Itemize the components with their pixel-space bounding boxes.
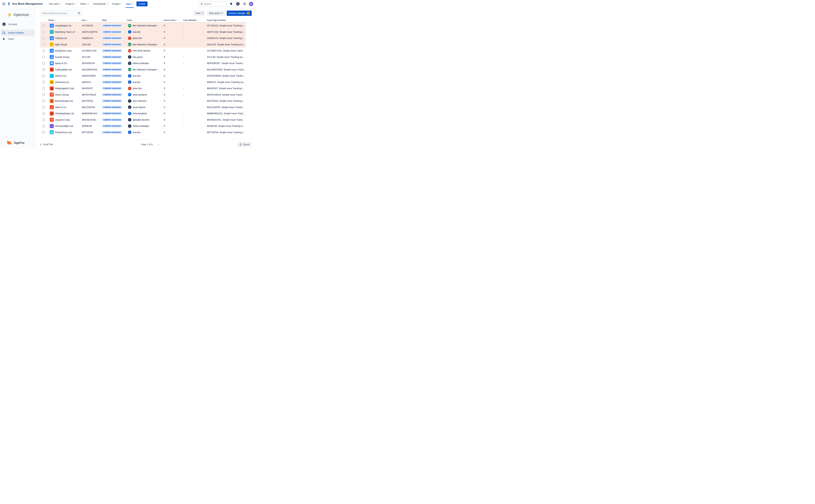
- sidebar-item-trash[interactable]: Trash: [1, 36, 34, 42]
- table-row[interactable]: ◉ Uletefojakukig Ltd. BMBNFBSVKZ COMPANY…: [40, 110, 246, 117]
- row-checkbox[interactable]: [42, 24, 45, 27]
- navbar-menu-item-projects[interactable]: Projects: [64, 0, 78, 8]
- global-search[interactable]: [199, 1, 227, 6]
- navbar-menu-item-apps[interactable]: Apps: [124, 0, 135, 8]
- table-row[interactable]: ☁ Kihujlufuw Corp. AUTMOVYGS COMPANY MAN…: [40, 48, 246, 54]
- lead-avatar: BW: [128, 24, 131, 27]
- lead-avatar: E: [128, 80, 131, 84]
- issue-count: 0: [164, 119, 183, 121]
- navbar-menu: Your work Projects Filters Dashboards Pe…: [47, 0, 135, 8]
- project-search-input[interactable]: [40, 10, 82, 16]
- issue-type-scheme: BOMKUB: Simple Issue Tracking Is...: [207, 125, 246, 127]
- global-search-input[interactable]: [204, 3, 222, 5]
- column-header-name[interactable]: Name: [48, 19, 82, 22]
- row-checkbox[interactable]: [42, 106, 45, 108]
- table-row[interactable]: ▤ Etamubazjod Ltd. BKSTRXQ COMPANY MANAG…: [40, 98, 246, 104]
- next-page-arrow-icon[interactable]: →: [157, 143, 160, 146]
- style-badge: COMPANY MANAGED: [102, 49, 122, 52]
- go-back-button[interactable]: ← Go back: [2, 22, 35, 26]
- last-updated: -: [183, 81, 207, 83]
- row-checkbox[interactable]: [42, 87, 45, 90]
- row-checkbox[interactable]: [42, 56, 45, 58]
- view-button[interactable]: View: [193, 11, 205, 16]
- flag-icon: ⚑: [50, 42, 54, 46]
- table-row[interactable]: ⚒ Hovzu Group BKPGVHNLB COMPANY MANAGED …: [40, 92, 246, 98]
- sidebar-item-active-projects[interactable]: Active Projects: [1, 30, 34, 36]
- row-checkbox[interactable]: [42, 125, 45, 127]
- issue-type-scheme: BPTVEPW: Simple Issue Tracking I...: [207, 131, 246, 134]
- tools-icon: ⚒: [50, 93, 54, 97]
- jira-brand[interactable]: Jira Work Management: [7, 2, 43, 6]
- table-row[interactable]: ☕ Fiheluohvuc Ltd. BPTVEPW COMPANY MANAG…: [40, 129, 246, 136]
- toolbar: ✕ View Bulk action Review changes 4: [40, 10, 252, 16]
- navbar-menu-item-people[interactable]: People: [110, 0, 123, 8]
- column-header-key[interactable]: Key: [82, 19, 102, 22]
- navbar-menu-item-your-work[interactable]: Your work: [47, 0, 63, 8]
- style-badge: COMPANY MANAGED: [102, 125, 122, 127]
- create-button[interactable]: Create: [136, 1, 148, 6]
- row-checkbox[interactable]: [42, 75, 45, 77]
- sort-icon: [176, 19, 177, 21]
- table-row[interactable]: ◕ Zafuczi Inc. BHWSUMRN COMPANY MANAGED …: [40, 73, 246, 79]
- bulk-action-button[interactable]: Bulk action: [207, 11, 225, 16]
- project-key: BKZZJHPPK: [82, 106, 102, 109]
- lead-avatar: BW: [128, 68, 131, 71]
- row-checkbox[interactable]: [42, 93, 45, 96]
- lead-name: fran.perez: [133, 56, 143, 58]
- navbar-menu-item-dashboards[interactable]: Dashboards: [91, 0, 110, 8]
- clear-search-icon[interactable]: ✕: [78, 12, 80, 14]
- previous-page-arrow-icon[interactable]: ←: [134, 143, 137, 146]
- export-icon: [239, 143, 242, 146]
- table-row[interactable]: ≡ Jebiz & Co. BKZZJHPPK COMPANY MANAGED …: [40, 104, 246, 111]
- table-row[interactable]: ◉ Tujifunekbel Ltd. BGJORMYROI COMPANY M…: [40, 67, 246, 73]
- table-row[interactable]: ▣ Nelgutagaful Corp. BKNPDDT COMPANY MAN…: [40, 85, 246, 92]
- issue-type-scheme: ACTDGZG: Simple Issue Tracking I...: [207, 24, 246, 27]
- issue-count: 0: [164, 49, 183, 52]
- table-row[interactable]: ▲ Juupobejani Inc. ACTDGZG COMPANY MANAG…: [40, 22, 246, 29]
- column-header-last-updated[interactable]: Last Updated: [183, 19, 207, 22]
- settings-gear-icon[interactable]: ⚙: [242, 2, 247, 6]
- parrot-icon: ◗: [50, 124, 54, 128]
- table-row[interactable]: ☁ Tuthooj Ltd. ASOEGYA COMPANY MANAGED P…: [40, 35, 246, 41]
- column-header-lead[interactable]: Lead: [127, 19, 164, 22]
- column-header-issue-count[interactable]: Issue Count: [164, 19, 183, 22]
- project-key: ACTDGZG: [82, 24, 102, 27]
- row-checkbox[interactable]: [42, 37, 45, 39]
- row-checkbox[interactable]: [42, 131, 45, 133]
- row-checkbox[interactable]: [42, 68, 45, 71]
- table-row[interactable]: ☎ Apoju & Co. BDPIORCRL COMPANY MANAGED …: [40, 60, 246, 67]
- row-checkbox[interactable]: [42, 81, 45, 83]
- row-checkbox[interactable]: [42, 100, 45, 102]
- back-arrow-icon: ←: [2, 22, 6, 26]
- table-row[interactable]: ▤ Jinaceara Inc. BIRKIVX COMPANY MANAGED…: [40, 79, 246, 85]
- navbar-menu-item-filters[interactable]: Filters: [78, 0, 90, 8]
- row-checkbox[interactable]: [42, 119, 45, 121]
- row-checkbox[interactable]: [42, 62, 45, 65]
- table-row[interactable]: ☁ Susiok Group AYLFJR COMPANY MANAGED F …: [40, 54, 246, 60]
- row-checkbox[interactable]: [42, 31, 45, 33]
- table-row[interactable]: ⚒ Josjanro Corp. BNVSKAYOIL COMPANY MANA…: [40, 117, 246, 123]
- export-button[interactable]: Export: [237, 142, 252, 147]
- row-checkbox[interactable]: [42, 43, 45, 46]
- table-row[interactable]: ◉ Marketing Team v2 AEOTLOQTFG COMPANY M…: [40, 29, 246, 35]
- last-updated: -: [183, 37, 207, 39]
- row-checkbox[interactable]: [42, 50, 45, 52]
- help-icon[interactable]: ?: [236, 2, 240, 6]
- table-row[interactable]: ⚑ Agfo Group ASULSF COMPANY MANAGED BW B…: [40, 41, 246, 48]
- project-name: Josjanro Corp.: [55, 119, 70, 121]
- style-badge: COMPANY MANAGED: [102, 24, 122, 27]
- project-key: BMBNFBSVKZ: [82, 112, 102, 115]
- chevron-down-icon: [132, 3, 133, 4]
- user-avatar[interactable]: JR: [249, 2, 253, 6]
- review-changes-button[interactable]: Review changes 4: [227, 11, 252, 16]
- column-header-style[interactable]: Style: [102, 19, 127, 22]
- style-badge: COMPANY MANAGED: [102, 87, 122, 90]
- issue-type-scheme: ASULSF: Simple Issue Tracking Iss...: [207, 43, 246, 46]
- lead-avatar: BW: [128, 43, 131, 46]
- table-row[interactable]: ◗ Vensazofojku Ltd. BOMKUB COMPANY MANAG…: [40, 123, 246, 129]
- row-checkbox[interactable]: [42, 112, 45, 115]
- chevron-down-icon: [120, 3, 122, 4]
- column-header-issue-type-scheme[interactable]: Issue Type Scheme: [207, 19, 246, 22]
- app-switcher-icon[interactable]: [2, 2, 6, 6]
- notifications-bell-icon[interactable]: [229, 2, 233, 6]
